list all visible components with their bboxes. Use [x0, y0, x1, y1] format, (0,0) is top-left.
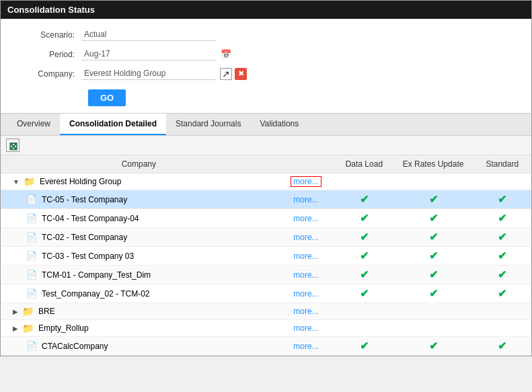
- check-ex-rates: ✔: [429, 231, 438, 243]
- company-cell: 📄TC-05 - Test Companay: [6, 194, 272, 204]
- table-row[interactable]: 📄TC-05 - Test Companaymore...✔✔✔: [1, 190, 531, 209]
- col-header-data-load: Data Load: [335, 155, 393, 173]
- doc-icon: 📄: [26, 341, 37, 351]
- more-cell: more...: [277, 266, 335, 284]
- ex-rates-cell: ✔: [393, 284, 473, 303]
- data-load-cell: ✔: [335, 247, 393, 266]
- period-icons: 📅: [220, 48, 232, 61]
- data-load-cell: ✔: [335, 266, 393, 284]
- more-cell: more...: [277, 190, 335, 209]
- expand-icon[interactable]: ▶: [13, 308, 18, 315]
- check-standard: ✔: [498, 288, 506, 299]
- col-header-more: [277, 155, 335, 173]
- company-input[interactable]: [81, 67, 216, 80]
- check-data-load: ✔: [360, 212, 369, 224]
- table-row[interactable]: 📄CTACalcCompanymore...✔✔✔: [1, 337, 531, 356]
- tab-overview[interactable]: Overview: [7, 114, 60, 135]
- collapse-icon[interactable]: ▼: [13, 178, 20, 186]
- more-link[interactable]: more...: [293, 214, 318, 223]
- check-ex-rates: ✔: [429, 288, 438, 299]
- more-link[interactable]: more...: [293, 307, 318, 316]
- company-name: TC-04 - Test Companay-04: [42, 214, 139, 223]
- check-ex-rates: ✔: [429, 194, 438, 205]
- doc-icon: 📄: [26, 251, 37, 261]
- more-link[interactable]: more...: [293, 342, 318, 351]
- more-link[interactable]: more...: [293, 289, 318, 299]
- excel-export-icon[interactable]: ⊠: [6, 139, 20, 152]
- tab-consolidation-detailed[interactable]: Consolidation Detailed: [60, 114, 166, 135]
- standard-cell: ✔: [473, 190, 531, 209]
- col-header-company: Company: [1, 155, 277, 173]
- expand-icon[interactable]: ▶: [13, 325, 18, 332]
- doc-icon: 📄: [26, 213, 37, 223]
- ex-rates-cell: ✔: [393, 209, 473, 228]
- ex-rates-cell: ✔: [393, 228, 473, 247]
- standard-cell: ✔: [473, 284, 531, 303]
- standard-cell: ✔: [473, 266, 531, 284]
- check-standard: ✔: [498, 340, 506, 352]
- check-standard: ✔: [498, 269, 506, 280]
- go-button-row: GO: [28, 87, 504, 106]
- check-data-load: ✔: [360, 194, 369, 205]
- doc-icon: 📄: [26, 270, 37, 280]
- data-load-cell: [335, 303, 393, 320]
- standard-cell: ✔: [473, 228, 531, 247]
- check-ex-rates: ✔: [429, 269, 438, 280]
- scenario-row: Scenario:: [28, 28, 504, 41]
- company-name: Everest Holding Group: [40, 177, 121, 186]
- more-cell: more...: [277, 247, 335, 266]
- check-data-load: ✔: [360, 288, 369, 299]
- table-row[interactable]: 📄TC-04 - Test Companay-04more...✔✔✔: [1, 209, 531, 228]
- company-cell: 📄TC-03 - Test Company 03: [6, 251, 272, 261]
- company-cell: 📄TC-02 - Test Companay: [6, 232, 272, 242]
- company-cell: 📄TCM-01 - Company_Test_Dim: [6, 270, 272, 280]
- company-name: TC-03 - Test Company 03: [42, 251, 134, 261]
- more-cell: more...: [277, 209, 335, 228]
- more-link[interactable]: more...: [293, 323, 318, 333]
- scenario-input[interactable]: [81, 28, 216, 41]
- more-link[interactable]: more...: [291, 176, 321, 187]
- doc-icon: 📄: [26, 194, 37, 204]
- ex-rates-cell: ✔: [393, 337, 473, 356]
- table-row[interactable]: ▼📁Everest Holding Groupmore...: [1, 173, 531, 190]
- link-out-icon[interactable]: ↗: [220, 68, 232, 80]
- company-cell: ▶📁BRE: [6, 306, 272, 317]
- form-area: Scenario: Period: 📅 Company: ↗ ✖ GO: [1, 19, 531, 113]
- go-button[interactable]: GO: [88, 89, 126, 106]
- company-cell: 📄TC-04 - Test Companay-04: [6, 213, 272, 223]
- company-cell: 📄CTACalcCompany: [6, 341, 272, 351]
- tab-validations[interactable]: Validations: [250, 114, 308, 135]
- more-link[interactable]: more...: [293, 233, 318, 242]
- table-row[interactable]: 📄TC-03 - Test Company 03more...✔✔✔: [1, 247, 531, 266]
- check-ex-rates: ✔: [429, 250, 438, 262]
- calendar-icon[interactable]: 📅: [220, 48, 232, 61]
- more-link[interactable]: more...: [293, 270, 318, 280]
- more-link[interactable]: more...: [293, 251, 318, 261]
- ex-rates-cell: [393, 173, 473, 190]
- more-cell: more...: [277, 303, 335, 320]
- period-input[interactable]: [81, 48, 216, 61]
- data-load-cell: ✔: [335, 190, 393, 209]
- col-header-ex-rates: Ex Rates Update: [393, 155, 473, 173]
- standard-cell: [473, 303, 531, 320]
- more-link[interactable]: more...: [293, 195, 318, 204]
- check-data-load: ✔: [360, 340, 369, 352]
- ex-rates-cell: [393, 320, 473, 337]
- company-name: TCM-01 - Company_Test_Dim: [42, 270, 151, 280]
- doc-icon: 📄: [26, 288, 37, 299]
- tab-standard-journals[interactable]: Standard Journals: [166, 114, 250, 135]
- table-row[interactable]: 📄Test_Companay_02 - TCM-02more...✔✔✔: [1, 284, 531, 303]
- main-window: Consolidation Status Scenario: Period: 📅…: [0, 0, 532, 356]
- data-load-cell: ✔: [335, 228, 393, 247]
- company-name: TC-02 - Test Companay: [42, 233, 127, 242]
- ex-rates-cell: ✔: [393, 266, 473, 284]
- tabs-bar: Overview Consolidation Detailed Standard…: [1, 113, 531, 136]
- table-row[interactable]: ▶📁Empty_Rollupmore...: [1, 320, 531, 337]
- table-row[interactable]: ▶📁BREmore...: [1, 303, 531, 320]
- clear-icon[interactable]: ✖: [235, 68, 247, 80]
- folder-icon: 📁: [22, 306, 34, 317]
- table-row[interactable]: 📄TCM-01 - Company_Test_Dimmore...✔✔✔: [1, 266, 531, 284]
- title-bar: Consolidation Status: [1, 1, 531, 19]
- check-data-load: ✔: [360, 269, 369, 280]
- table-row[interactable]: 📄TC-02 - Test Companaymore...✔✔✔: [1, 228, 531, 247]
